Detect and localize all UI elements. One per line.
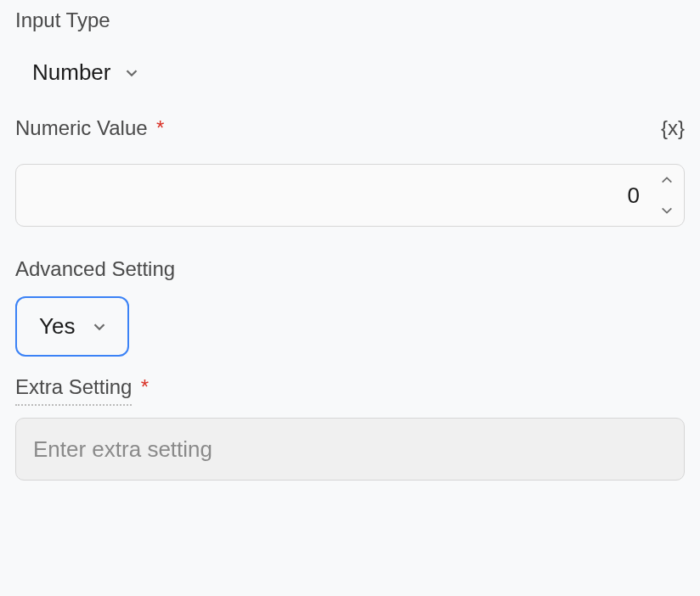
stepper-up-button[interactable] — [649, 165, 684, 195]
select-advanced-setting[interactable]: Yes — [15, 296, 129, 357]
label-row-input-type: Input Type — [15, 8, 685, 32]
variable-icon[interactable]: {x} — [661, 116, 685, 140]
label-wrap-numeric: Numeric Value * — [15, 116, 164, 140]
label-wrap-extra: Extra Setting * — [15, 375, 149, 406]
label-row-numeric-value: Numeric Value * {x} — [15, 116, 685, 140]
field-input-type: Input Type Number — [15, 8, 685, 93]
field-numeric-value: Numeric Value * {x} — [15, 116, 685, 227]
extra-setting-input[interactable] — [15, 418, 685, 481]
numeric-input-wrap — [15, 164, 685, 227]
field-advanced-setting: Advanced Setting Yes — [15, 257, 685, 357]
select-input-type[interactable]: Number — [15, 53, 144, 93]
chevron-down-icon — [660, 205, 674, 216]
label-row-extra-setting: Extra Setting * — [15, 375, 685, 406]
label-row-advanced-setting: Advanced Setting — [15, 257, 685, 281]
select-advanced-setting-value: Yes — [39, 313, 75, 340]
label-extra-setting: Extra Setting — [15, 375, 132, 406]
stepper-down-button[interactable] — [649, 195, 684, 226]
label-numeric-value: Numeric Value — [15, 116, 148, 139]
label-advanced-setting: Advanced Setting — [15, 257, 175, 281]
chevron-down-icon — [122, 64, 141, 82]
required-indicator: * — [156, 116, 164, 139]
select-input-type-value: Number — [32, 59, 110, 86]
chevron-down-icon — [90, 318, 109, 336]
field-extra-setting: Extra Setting * — [15, 375, 685, 481]
label-input-type: Input Type — [15, 8, 110, 32]
chevron-up-icon — [660, 175, 674, 185]
required-indicator: * — [141, 375, 149, 398]
numeric-value-input[interactable] — [16, 165, 648, 226]
quantity-stepper — [648, 165, 684, 226]
